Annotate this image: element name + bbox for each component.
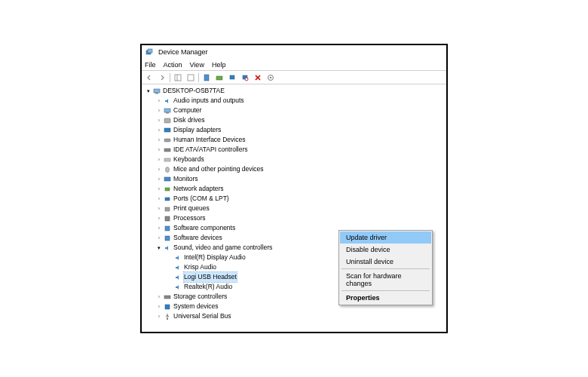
ctx-scan-hardware[interactable]: Scan for hardware changes [340,270,431,290]
menu-bar: File Action View Help [142,59,446,71]
svg-rect-18 [164,139,170,142]
help-button[interactable] [185,72,197,83]
item-label: Realtek(R) Audio [184,282,232,292]
expand-icon[interactable]: › [155,174,163,184]
svg-rect-6 [216,76,222,80]
ctx-separator [341,290,430,291]
back-button[interactable] [143,72,155,83]
expand-icon[interactable]: › [155,194,163,204]
tree-item[interactable]: ›Display adapters [145,125,446,135]
tree-item[interactable]: ›Disk drives [145,115,446,125]
svg-rect-24 [165,188,170,191]
properties-button[interactable] [201,72,213,83]
menu-action[interactable]: Action [164,61,182,69]
item-label: Monitors [173,174,198,184]
title-bar: Device Manager [142,45,446,59]
svg-rect-28 [165,226,170,231]
menu-help[interactable]: Help [212,61,226,69]
item-label: IDE ATA/ATAPI controllers [173,145,248,155]
item-label: Krisp Audio [184,262,216,272]
ctx-properties[interactable]: Properties [340,292,431,304]
expand-icon[interactable]: › [155,115,163,125]
sw-icon [163,234,172,243]
tree-item[interactable]: ›Universal Serial Bus [145,311,446,321]
tree-item[interactable]: ›Audio inputs and outputs [145,96,446,106]
svg-point-32 [167,318,168,320]
svg-point-22 [166,167,170,172]
tree-item[interactable]: ›Network adapters [145,184,446,194]
expand-icon[interactable]: › [155,292,163,302]
expand-icon[interactable]: › [155,125,163,135]
item-label: Universal Serial Bus [173,311,231,321]
tree-item[interactable]: ›Processors [145,213,446,223]
computer-icon [152,87,161,96]
tree-item[interactable]: ›Ports (COM & LPT) [145,194,446,204]
expand-icon[interactable]: › [155,145,163,155]
expand-icon[interactable]: › [155,204,163,213]
svg-rect-1 [148,49,152,53]
expand-icon[interactable]: › [155,135,163,145]
expand-icon[interactable]: › [155,302,163,311]
ide-icon [163,146,172,155]
tree-item[interactable]: ›IDE ATA/ATAPI controllers [145,145,446,155]
add-legacy-button[interactable] [265,72,277,83]
audio-icon [173,253,182,262]
scan-hardware-button[interactable] [226,72,238,83]
tree-item[interactable]: ›Monitors [145,174,446,184]
audio-icon [163,97,172,106]
item-label: Ports (COM & LPT) [173,194,229,204]
menu-file[interactable]: File [145,61,156,69]
tree-item[interactable]: ›Print queues [145,204,446,213]
expand-icon[interactable]: ▾ [145,86,152,96]
pc-icon [163,106,172,115]
svg-rect-26 [165,207,170,211]
update-driver-button[interactable] [213,72,225,83]
hid-icon [163,136,172,145]
item-label: Keyboards [173,155,204,164]
expand-icon[interactable]: › [155,155,163,164]
expand-icon[interactable]: › [155,184,163,194]
show-hide-tree-button[interactable] [172,72,184,83]
expand-icon[interactable]: › [155,164,163,174]
svg-point-9 [245,78,248,81]
item-label: Display adapters [173,125,221,135]
monitor-icon [163,175,172,184]
item-label: Network adapters [173,184,224,194]
ctx-disable-device[interactable]: Disable device [340,244,431,256]
usb-icon [163,312,172,321]
kbd-icon [163,155,172,164]
tree-item[interactable]: ›Keyboards [145,155,446,164]
expand-icon[interactable]: › [155,213,163,223]
item-label: Software components [173,223,235,233]
ctx-uninstall-device[interactable]: Uninstall device [340,256,431,268]
mouse-icon [163,165,172,174]
tree-root[interactable]: ▾ DESKTOP-OSB7TAE [145,86,446,96]
svg-rect-27 [165,216,170,221]
disable-button[interactable] [239,72,251,83]
expand-icon[interactable]: › [155,233,163,243]
tree-item[interactable]: ›Human Interface Devices [145,135,446,145]
tree-item[interactable]: ›Computer [145,106,446,115]
net-icon [163,185,172,194]
storage-icon [163,293,172,302]
audio-icon [173,273,182,282]
item-label: Disk drives [173,115,205,125]
item-label: Processors [173,213,206,223]
app-icon [145,48,154,57]
expand-icon[interactable]: › [155,311,163,321]
sys-icon [163,302,172,311]
audio-icon [173,283,182,292]
ctx-update-driver[interactable]: Update driver [340,231,431,244]
uninstall-button[interactable] [252,72,264,83]
expand-icon[interactable]: › [155,223,163,233]
expand-icon[interactable]: ▾ [155,243,163,253]
svg-rect-16 [164,118,170,123]
forward-button[interactable] [156,72,168,83]
expand-icon[interactable]: › [155,96,163,106]
menu-view[interactable]: View [190,61,204,69]
tree-item[interactable]: ›Mice and other pointing devices [145,164,446,174]
svg-rect-4 [188,75,194,81]
svg-rect-13 [155,93,158,94]
expand-icon[interactable]: › [155,106,163,115]
item-label: Human Interface Devices [173,135,245,145]
